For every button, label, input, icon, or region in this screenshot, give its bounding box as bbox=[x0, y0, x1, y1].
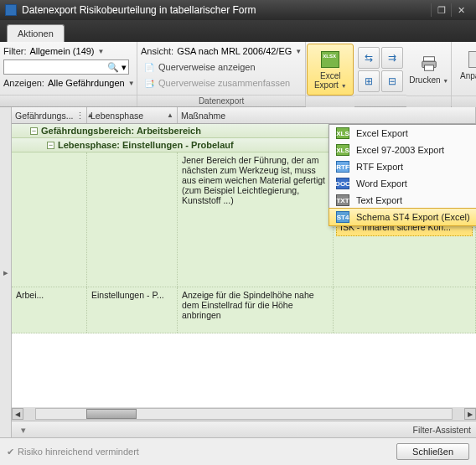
excel-export-dropdown: XLSExcel Export XLSExcel 97-2003 Export … bbox=[329, 124, 476, 226]
column-headers: Gefährdungs...⋮▲ Lebensphase▲ Maßnahme bbox=[12, 107, 476, 124]
dropdown-item-word[interactable]: DOCWord Export bbox=[329, 175, 476, 192]
dropdown-item-excel97[interactable]: XLSExcel 97-2003 Export bbox=[329, 142, 476, 158]
close-button[interactable]: Schließen bbox=[396, 443, 469, 460]
ribbon-tab-row: Aktionen bbox=[0, 20, 476, 42]
expand-gutter[interactable]: ▸ bbox=[0, 107, 12, 437]
st4-icon: ST4 bbox=[336, 211, 349, 223]
cell-massnahme[interactable]: Anzeige für die Spindelhöhe nahe dem Ein… bbox=[178, 287, 334, 333]
scroll-thumb[interactable] bbox=[86, 409, 137, 419]
dropdown-item-rtf[interactable]: RTFRTF Export bbox=[329, 158, 476, 175]
cell-lebensphase[interactable] bbox=[87, 152, 178, 287]
customize-button[interactable]: Anpassen ▼ bbox=[455, 44, 476, 96]
misc-button-4[interactable]: ⊟ bbox=[381, 70, 403, 92]
crossref-merge-icon: 📑 bbox=[143, 77, 155, 89]
ribbon-group-customize: Anpassen ▼ bbox=[452, 42, 476, 106]
ribbon-group-filter: Filter: Allgemein (149) ▼ 🔍 ▾ Anzeigen: … bbox=[0, 42, 137, 106]
window-title: Datenexport Risikobeurteilung in tabella… bbox=[22, 4, 256, 16]
footer: ✔ Risiko hinreichend vermindert Schließe… bbox=[0, 437, 476, 465]
rtf-icon: RTF bbox=[336, 161, 349, 173]
cell-massnahme[interactable]: Jener Bereich der Führung, der am nächst… bbox=[178, 152, 334, 287]
chevron-down-icon: ▼ bbox=[442, 78, 448, 84]
cell-gefaehrdung[interactable]: Arbei... bbox=[12, 287, 87, 333]
xlsx-icon: XLS bbox=[336, 127, 349, 139]
querverweise-zusammenfassen-button: 📑 Querverweise zusammenfassen bbox=[141, 75, 302, 90]
chevron-down-icon: ▼ bbox=[341, 83, 347, 89]
anzeigen-dropdown[interactable]: Anzeigen: Alle Gefährdungen ▼ bbox=[3, 75, 133, 90]
title-bar: Datenexport Risikobeurteilung in tabella… bbox=[0, 0, 476, 20]
ribbon-group-misc: ⇆ ⇉ ⊞ ⊟ bbox=[354, 42, 406, 106]
misc-button-2[interactable]: ⇉ bbox=[381, 47, 403, 69]
column-header-lebensphase[interactable]: Lebensphase▲ bbox=[87, 107, 178, 123]
chevron-down-icon: ▼ bbox=[98, 48, 105, 55]
tab-aktionen[interactable]: Aktionen bbox=[7, 24, 65, 42]
filter-dropdown[interactable]: Filter: Allgemein (149) ▼ bbox=[3, 44, 133, 59]
cell-lebensphase[interactable]: Einstellungen - P... bbox=[87, 287, 178, 333]
doc-icon: DOC bbox=[336, 178, 349, 189]
column-header-gefaehrdung[interactable]: Gefährdungs...⋮▲ bbox=[12, 107, 87, 123]
printer-icon bbox=[419, 54, 439, 74]
svg-rect-0 bbox=[423, 57, 434, 62]
print-button[interactable]: Drucken ▼ bbox=[406, 44, 453, 96]
grid-body: − Gefährdungsbereich: Arbeitsbereich − L… bbox=[12, 124, 476, 407]
app-icon bbox=[5, 4, 17, 16]
ribbon-group-datenexport: Ansicht: GSA nach MRL 2006/42/EG ▼ 📄 Que… bbox=[137, 42, 306, 106]
ribbon-group-print: Drucken ▼ bbox=[406, 42, 452, 106]
svg-rect-2 bbox=[424, 65, 433, 70]
chevron-down-icon: ▼ bbox=[128, 80, 135, 87]
dropdown-item-text[interactable]: TXTText Export bbox=[329, 192, 476, 209]
scroll-left-button[interactable]: ◀ bbox=[12, 408, 23, 420]
xlsx-icon bbox=[320, 49, 340, 70]
filter-assistent-link[interactable]: Filter-Assistent bbox=[413, 425, 471, 435]
crossref-show-icon: 📄 bbox=[143, 61, 155, 73]
chevron-down-icon: ▾ bbox=[122, 62, 127, 73]
collapse-icon[interactable]: − bbox=[30, 127, 38, 135]
content-area: ▸ Gefährdungs...⋮▲ Lebensphase▲ Maßnahme… bbox=[0, 107, 476, 437]
search-input[interactable]: 🔍 ▾ bbox=[3, 59, 129, 75]
misc-button-1[interactable]: ⇆ bbox=[358, 47, 380, 69]
ansicht-dropdown[interactable]: Ansicht: GSA nach MRL 2006/42/EG ▼ bbox=[141, 44, 302, 59]
chevron-down-icon: ▼ bbox=[295, 48, 302, 55]
dropdown-item-excel[interactable]: XLSExcel Export bbox=[329, 125, 476, 142]
customize-icon bbox=[468, 49, 476, 70]
column-header-massnahme[interactable]: Maßnahme bbox=[178, 107, 476, 123]
txt-icon: TXT bbox=[336, 194, 349, 206]
filter-bar: ▾ Filter-Assistent bbox=[12, 421, 476, 437]
ribbon: Filter: Allgemein (149) ▼ 🔍 ▾ Anzeigen: … bbox=[0, 42, 476, 107]
cell-gefaehrdung[interactable] bbox=[12, 152, 87, 287]
cell-extra[interactable] bbox=[334, 287, 476, 333]
misc-button-3[interactable]: ⊞ bbox=[358, 70, 380, 92]
querverweise-anzeigen-button[interactable]: 📄 Querverweise anzeigen bbox=[141, 59, 302, 75]
xls-icon: XLS bbox=[336, 144, 349, 156]
ribbon-group-excel: Excel Export ▼ bbox=[306, 42, 354, 106]
app-window: Datenexport Risikobeurteilung in tabella… bbox=[0, 0, 476, 465]
search-icon: 🔍 bbox=[107, 62, 119, 73]
close-window-button[interactable]: ✕ bbox=[451, 3, 471, 17]
restore-button[interactable]: ❐ bbox=[431, 3, 451, 17]
scroll-right-button[interactable]: ▶ bbox=[464, 408, 476, 420]
excel-export-button[interactable]: Excel Export ▼ bbox=[307, 44, 354, 96]
dropdown-item-st4[interactable]: ST4Schema ST4 Export (Excel) bbox=[329, 208, 476, 226]
filter-expand-icon[interactable]: ▾ bbox=[17, 425, 30, 435]
data-grid: Gefährdungs...⋮▲ Lebensphase▲ Maßnahme −… bbox=[12, 107, 476, 437]
risk-sufficient-check: ✔ Risiko hinreichend vermindert bbox=[7, 447, 139, 457]
check-icon: ✔ bbox=[7, 447, 14, 457]
collapse-icon[interactable]: − bbox=[47, 142, 54, 149]
horizontal-scrollbar[interactable]: ◀ ▶ bbox=[12, 407, 476, 421]
ribbon-group-label: Datenexport bbox=[137, 95, 305, 106]
table-row[interactable]: Arbei... Einstellungen - P... Anzeige fü… bbox=[12, 287, 476, 333]
